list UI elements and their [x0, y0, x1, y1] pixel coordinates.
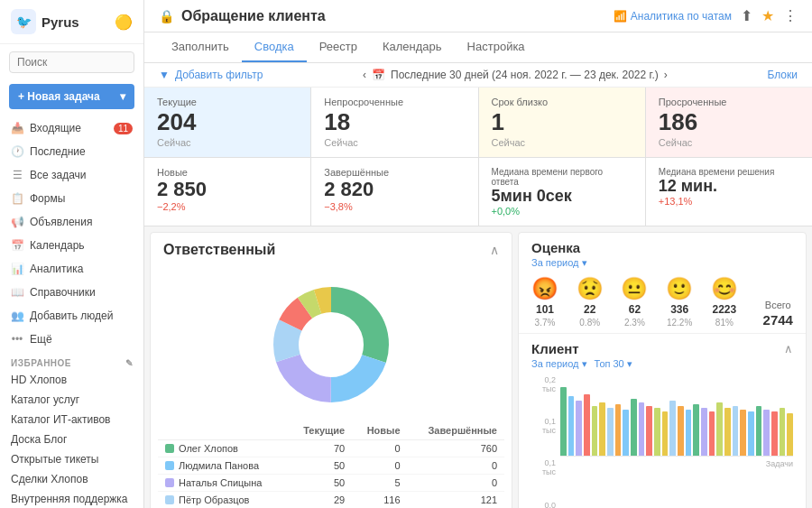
bar-fill-27 — [771, 411, 778, 455]
more-options-icon[interactable]: ⋮ — [783, 7, 798, 24]
bar-fill-6 — [607, 408, 614, 456]
fav-item-5[interactable]: Сделки Хлопов — [0, 469, 143, 489]
logo-area: 🐦 Pyrus 🟡 — [0, 0, 143, 44]
sidebar-item-announcements[interactable]: 📢 Объявления — [0, 210, 143, 234]
bar-col-5 — [599, 375, 605, 456]
bar-fill-7 — [615, 404, 622, 456]
tab-settings[interactable]: Настройка — [455, 32, 538, 62]
new-task-button[interactable]: + Новая задача ▾ — [9, 84, 134, 109]
tabs-bar: Заполнить Сводка Реестр Календарь Настро… — [144, 32, 812, 63]
sidebar-item-more[interactable]: ••• Ещё — [0, 328, 143, 351]
rating-face-4: 😊 2223 81% — [711, 276, 738, 328]
sidebar-item-forms[interactable]: 📋 Формы — [0, 187, 143, 210]
svg-point-7 — [304, 318, 358, 372]
stat-resolution-time: Медиана времени решения 12 мин. +13,1% — [646, 158, 812, 226]
tab-fill[interactable]: Заполнить — [159, 32, 242, 62]
bar-col-7 — [615, 375, 622, 456]
logo-text: Pyrus — [42, 14, 79, 30]
donut-chart-area — [151, 263, 512, 421]
bottom-panels: Ответственный ∧ — [144, 226, 812, 508]
rating-face-1: 😟 22 0.8% — [577, 276, 604, 328]
rating-period[interactable]: За период ▾ — [531, 257, 793, 269]
search-input[interactable] — [9, 51, 134, 73]
collapse-icon[interactable]: ∧ — [490, 243, 499, 257]
fav-item-2[interactable]: Каталог ИТ-активов — [0, 410, 143, 429]
sidebar-item-references[interactable]: 📖 Справочники — [0, 281, 143, 304]
add-filter-button[interactable]: ▼ Добавить фильтр — [159, 69, 263, 81]
bar-fill-25 — [756, 406, 762, 456]
responsible-table-wrap: Текущие Новые Завершённые Олег Хлопов 70… — [151, 421, 512, 508]
fav-item-4[interactable]: Открытые тикеты — [0, 449, 143, 469]
bar-fill-3 — [584, 394, 590, 455]
tab-calendar[interactable]: Календарь — [370, 32, 455, 62]
bar-col-10 — [639, 375, 645, 456]
responsible-title: Ответственный — [163, 242, 275, 258]
sidebar-item-inbox[interactable]: 📥 Входящие 11 — [0, 116, 143, 140]
stats-row-1: Текущие 204 Сейчас Непросроченные 18 Сей… — [144, 88, 812, 158]
star-icon[interactable]: ★ — [761, 7, 774, 24]
main-content: 🔒 Обращение клиента 📶 Аналитика по чатам… — [144, 0, 812, 508]
bar-col-1 — [568, 375, 575, 456]
row-new-2: 5 — [352, 475, 407, 492]
sidebar-item-analytics[interactable]: 📊 Аналитика — [0, 257, 143, 281]
fav-item-6[interactable]: Внутренняя поддержка — [0, 489, 143, 508]
fav-item-0[interactable]: HD Хлопов — [0, 370, 143, 390]
megaphone-icon: 📢 — [11, 216, 23, 228]
analytics-label: 📶 Аналитика по чатам — [614, 10, 732, 23]
tab-summary[interactable]: Сводка — [242, 32, 307, 62]
stat-due-soon: Срок близко 1 Сейчас — [479, 88, 645, 157]
sidebar-item-calendar[interactable]: 📅 Календарь — [0, 234, 143, 257]
row-current-0: 70 — [287, 439, 352, 457]
inbox-badge: 11 — [114, 123, 133, 134]
blocks-button[interactable]: Блоки — [767, 69, 798, 81]
rating-total: Всего 2744 — [763, 300, 793, 328]
responsible-panel: Ответственный ∧ — [150, 232, 512, 508]
period-selector[interactable]: ‹ 📅 Последние 30 дней (24 ноя. 2022 г. —… — [363, 69, 668, 81]
edit-icon[interactable]: ✎ — [125, 358, 134, 368]
row-name-3: Пётр Образцов — [158, 492, 287, 508]
fav-item-1[interactable]: Каталог услуг — [0, 390, 143, 410]
fav-item-3[interactable]: Доска Блог — [0, 429, 143, 449]
chevron-left-icon[interactable]: ‹ — [363, 69, 366, 81]
bar-col-25 — [756, 375, 762, 456]
col-current: Текущие — [287, 421, 352, 440]
bar-fill-22 — [733, 406, 739, 456]
chevron-right-icon[interactable]: › — [664, 69, 668, 81]
bar-col-6 — [607, 375, 614, 456]
row-done-1: 0 — [408, 457, 504, 475]
bars-container — [560, 375, 793, 457]
share-icon[interactable]: ⬆ — [741, 7, 752, 24]
sidebar-item-recent[interactable]: 🕐 Последние — [0, 140, 143, 163]
right-panel: Оценка За период ▾ 😡 101 3.7% 😟 22 0.8% — [518, 232, 807, 508]
responsible-header: Ответственный ∧ — [151, 233, 512, 263]
bar-col-18 — [701, 375, 707, 456]
bar-fill-2 — [576, 401, 582, 456]
row-name-0: Олег Хлопов — [158, 440, 287, 457]
client-bar-chart: 0,2 тыс 0,1 тыс 0,1 тыс 0,0 тыс 0,0 тыс … — [531, 375, 793, 508]
chart-main: Задачи — [560, 375, 793, 508]
bar-fill-8 — [623, 410, 629, 455]
row-color-0 — [165, 444, 174, 453]
bar-col-22 — [733, 375, 739, 456]
bar-col-0 — [560, 375, 567, 456]
stat-current: Текущие 204 Сейчас — [144, 88, 310, 157]
header-left: 🔒 Обращение клиента — [159, 8, 326, 24]
bar-fill-15 — [678, 406, 684, 456]
favorites-section-title: ИЗБРАННОЕ ✎ — [0, 351, 143, 370]
chart-y-axis: 0,2 тыс 0,1 тыс 0,1 тыс 0,0 тыс 0,0 тыс — [531, 375, 558, 508]
rating-face-2: 😐 62 2.3% — [621, 276, 648, 328]
client-top-filter[interactable]: Топ 30 ▾ — [595, 358, 632, 370]
client-collapse-icon[interactable]: ∧ — [784, 342, 793, 356]
bar-chart-wrapper: 0,2 тыс 0,1 тыс 0,1 тыс 0,0 тыс 0,0 тыс … — [531, 375, 793, 508]
client-period-filter[interactable]: За период ▾ — [531, 358, 587, 370]
sidebar-item-alltasks[interactable]: ☰ Все задачи — [0, 163, 143, 187]
client-header: Клиент ∧ — [531, 341, 793, 356]
tab-registry[interactable]: Реестр — [307, 32, 370, 62]
search-area — [0, 44, 143, 80]
rating-faces: 😡 101 3.7% 😟 22 0.8% 😐 62 2.3% — [531, 276, 793, 328]
row-new-0: 0 — [352, 439, 407, 457]
bar-col-12 — [654, 375, 660, 456]
sidebar-item-add-people[interactable]: 👥 Добавить людей — [0, 304, 143, 328]
rating-title: Оценка — [531, 240, 793, 255]
logo-icon: 🐦 — [11, 9, 36, 34]
